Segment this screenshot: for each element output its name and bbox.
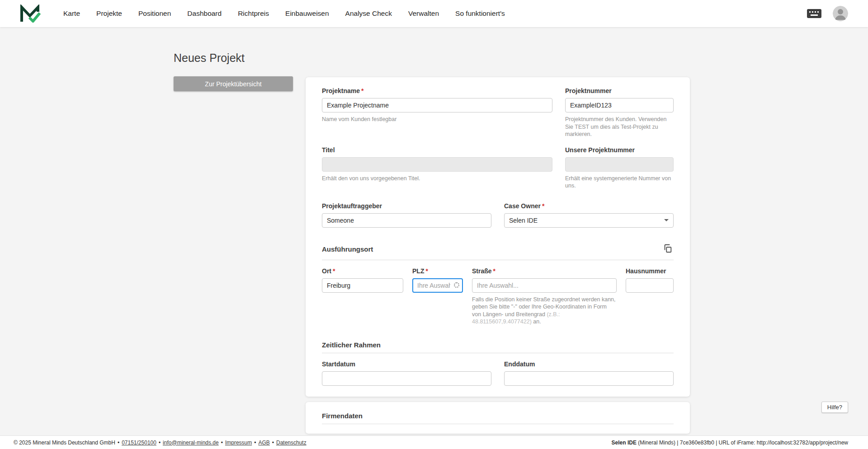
field-case-owner: Case Owner* Selen IDE [504, 202, 674, 228]
top-navbar: Karte Projekte Positionen Dashboard Rich… [0, 0, 868, 27]
footer-datenschutz-link[interactable]: Datenschutz [276, 440, 307, 446]
main-navigation: Karte Projekte Positionen Dashboard Rich… [63, 9, 505, 18]
footer-status-user: Selen IDE [612, 440, 637, 446]
user-avatar[interactable] [833, 6, 848, 21]
copy-icon [663, 243, 673, 255]
chevron-down-icon [664, 219, 669, 221]
case-owner-label: Case Owner* [504, 202, 674, 210]
field-titel: Titel Erhält den von uns vorgegebenen Ti… [322, 146, 552, 190]
footer-separator: • [221, 440, 223, 446]
startdatum-input[interactable] [322, 371, 491, 386]
ausfuehrungsort-section-header: Ausführungsort [322, 243, 674, 256]
hausnummer-input[interactable] [626, 278, 674, 293]
keyboard-icon[interactable] [807, 9, 822, 19]
page-title: Neues Projekt [174, 51, 245, 65]
field-enddatum: Enddatum [504, 360, 674, 386]
firmendaten-section-header: Firmendaten [322, 412, 674, 420]
nav-item-einbauweisen[interactable]: Einbauweisen [285, 9, 329, 18]
back-to-overview-button[interactable]: Zur Projektübersicht [174, 76, 293, 91]
case-owner-select[interactable]: Selen IDE [504, 213, 674, 228]
projektnummer-label: Projektnummer [565, 87, 674, 94]
field-startdatum: Startdatum [322, 360, 491, 386]
titel-label: Titel [322, 146, 552, 154]
field-unsere-projektnummer: Unsere Projektnummer Erhält eine systemg… [565, 146, 674, 190]
projektname-label: Projektname* [322, 87, 552, 94]
section-divider [322, 353, 674, 353]
field-strasse: Straße* Falls die Position keiner Straße… [472, 267, 617, 326]
footer-status: Selen IDE (Mineral Minds) | 7ce360e83fb0… [612, 440, 848, 446]
section-divider [322, 260, 674, 260]
strasse-helper: Falls die Position keiner Straße zugeord… [472, 296, 617, 326]
loading-spinner-icon [454, 282, 459, 288]
field-projektauftraggeber: Projektauftraggeber [322, 202, 491, 228]
startdatum-label: Startdatum [322, 360, 491, 368]
case-owner-selected-value: Selen IDE [509, 217, 538, 224]
hausnummer-label: Hausnummer [626, 267, 674, 275]
navbar-right-actions [807, 6, 848, 21]
firmendaten-section-title: Firmendaten [322, 412, 363, 420]
footer-email-link[interactable]: info@mineral-minds.de [163, 440, 219, 446]
help-button[interactable]: Hilfe? [821, 402, 848, 413]
page-footer: © 2025 Mineral Minds Deutschland GmbH • … [0, 435, 868, 449]
nav-item-verwalten[interactable]: Verwalten [408, 9, 439, 18]
ort-label: Ort* [322, 267, 403, 275]
required-marker: * [493, 267, 495, 275]
section-divider [322, 424, 674, 424]
enddatum-label: Enddatum [504, 360, 674, 368]
strasse-input[interactable] [472, 278, 617, 293]
footer-separator: • [159, 440, 160, 446]
ausfuehrungsort-section-title: Ausführungsort [322, 245, 373, 253]
unsere-projektnummer-label: Unsere Projektnummer [565, 146, 674, 154]
footer-agb-link[interactable]: AGB [258, 440, 269, 446]
strasse-label: Straße* [472, 267, 617, 275]
footer-phone-link[interactable]: 07151/250100 [122, 440, 156, 446]
titel-helper: Erhält den von uns vorgegebenen Titel. [322, 175, 552, 182]
projektauftraggeber-input[interactable] [322, 213, 491, 228]
nav-item-projekte[interactable]: Projekte [96, 9, 122, 18]
projektnummer-input[interactable] [565, 98, 674, 112]
field-projektnummer: Projektnummer Projektnummer des Kunden. … [565, 87, 674, 138]
footer-left: © 2025 Mineral Minds Deutschland GmbH • … [14, 440, 307, 446]
nav-item-dashboard[interactable]: Dashboard [187, 9, 222, 18]
titel-input [322, 157, 552, 172]
field-ort: Ort* [322, 267, 403, 326]
footer-separator: • [118, 440, 119, 446]
projektname-helper: Name vom Kunden festlegbar [322, 116, 552, 123]
required-marker: * [425, 267, 428, 275]
projektnummer-helper: Projektnummer des Kunden. Verwenden Sie … [565, 116, 674, 138]
ort-input[interactable] [322, 278, 403, 293]
footer-separator: • [272, 440, 274, 446]
nav-item-richtpreis[interactable]: Richtpreis [238, 9, 269, 18]
unsere-projektnummer-helper: Erhält eine systemgenerierte Nummer von … [565, 175, 674, 190]
nav-item-so-funktionierts[interactable]: So funktioniert's [455, 9, 505, 18]
required-marker: * [542, 202, 544, 210]
field-hausnummer: Hausnummer [626, 267, 674, 326]
zeitlicher-rahmen-section-title: Zeitlicher Rahmen [322, 341, 381, 349]
field-plz: PLZ* [412, 267, 463, 326]
footer-impressum-link[interactable]: Impressum [225, 440, 252, 446]
copy-address-button[interactable] [662, 243, 674, 256]
nav-item-analyse-check[interactable]: Analyse Check [345, 9, 392, 18]
projektname-input[interactable] [322, 98, 552, 112]
nav-item-karte[interactable]: Karte [63, 9, 80, 18]
footer-copyright: © 2025 Mineral Minds Deutschland GmbH [14, 440, 115, 446]
nav-item-positionen[interactable]: Positionen [138, 9, 171, 18]
required-marker: * [333, 267, 335, 275]
required-marker: * [361, 87, 363, 94]
projektauftraggeber-label: Projektauftraggeber [322, 202, 491, 210]
footer-status-detail: (Mineral Minds) | 7ce360e83fb0 | URL of … [637, 440, 848, 446]
plz-label: PLZ* [412, 267, 463, 275]
new-project-form-card: Projektname* Name vom Kunden festlegbar … [306, 77, 690, 397]
zeitlicher-rahmen-section-header: Zeitlicher Rahmen [322, 341, 674, 349]
unsere-projektnummer-input [565, 157, 674, 172]
field-projektname: Projektname* Name vom Kunden festlegbar [322, 87, 552, 138]
mineral-minds-logo-icon[interactable] [20, 5, 41, 23]
firmendaten-card: Firmendaten [306, 402, 690, 434]
footer-separator: • [254, 440, 256, 446]
enddatum-input[interactable] [504, 371, 674, 386]
